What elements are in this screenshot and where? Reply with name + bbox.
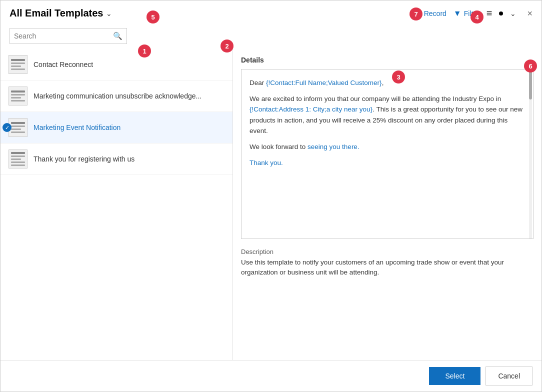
email-line-1: Dear {!Contact:Full Name;Valued Customer… xyxy=(250,78,525,88)
template-name: Marketing Event Notification xyxy=(34,124,120,132)
selected-check-icon: ✓ xyxy=(2,123,12,132)
template-thumbnail xyxy=(8,150,28,168)
description-label: Description xyxy=(241,248,534,256)
template-item-selected[interactable]: ✓ Marketing Event Notification xyxy=(0,112,232,144)
template-name: Thank you for registering with us xyxy=(34,155,134,163)
main-content: Contact Reconnect Marketing communicatio… xyxy=(0,49,542,360)
header-left: All Email Templates ⌄ xyxy=(10,8,112,19)
dropdown-icon[interactable]: ⌄ xyxy=(106,10,112,18)
right-panel: Details Dear {!Contact:Full Name;Valued … xyxy=(233,49,542,360)
search-input[interactable] xyxy=(14,32,113,40)
email-line-3: We look forward to seeing you there. xyxy=(250,142,525,152)
select-button[interactable]: Select xyxy=(429,367,480,385)
thank-you-text: Thank you. xyxy=(250,159,283,166)
template-name: Contact Reconnect xyxy=(34,60,93,68)
dot-indicator xyxy=(499,12,503,16)
filter-icon: ▼ xyxy=(454,9,462,18)
cancel-button[interactable]: Cancel xyxy=(486,366,532,386)
more-options-icon[interactable]: ≡ xyxy=(486,8,492,19)
template-thumbnail xyxy=(8,86,28,106)
merge-field-city: {!Contact:Address 1: City;a city near yo… xyxy=(250,106,372,113)
filter-button[interactable]: ▼ Filter xyxy=(454,9,480,18)
record-folder-icon: 🗀 xyxy=(414,9,422,18)
search-icon[interactable]: 🔍 xyxy=(113,32,122,40)
email-templates-dialog: 1 2 3 4 5 6 7 All Email Templates ⌄ 🗀 Re… xyxy=(0,0,542,392)
search-area: 🔍 xyxy=(0,24,542,49)
chevron-down-icon[interactable]: ⌄ xyxy=(510,10,516,18)
dialog-footer: Select Cancel xyxy=(0,360,542,392)
left-panel: Contact Reconnect Marketing communicatio… xyxy=(0,49,233,360)
header-right: 🗀 Record ▼ Filter ≡ ⌄ × xyxy=(414,8,532,19)
scrollbar-thumb[interactable] xyxy=(529,70,532,100)
scrollbar-track xyxy=(529,70,532,238)
close-button[interactable]: × xyxy=(527,9,532,18)
template-item[interactable]: Thank you for registering with us xyxy=(0,144,232,175)
record-label: Record xyxy=(424,10,446,18)
description-text: Use this template to notify your custome… xyxy=(241,258,534,278)
email-line-4: Thank you. xyxy=(250,158,525,168)
description-section: Description Use this template to notify … xyxy=(241,248,534,278)
link-text: seeing you there. xyxy=(308,143,360,150)
dialog-header: All Email Templates ⌄ 🗀 Record ▼ Filter … xyxy=(0,0,542,24)
details-label: Details xyxy=(241,56,534,64)
search-box: 🔍 xyxy=(10,28,127,44)
template-name: Marketing communication unsubscribe ackn… xyxy=(34,92,202,100)
template-item[interactable]: Marketing communication unsubscribe ackn… xyxy=(0,80,232,112)
merge-field-name: {!Contact:Full Name;Valued Customer} xyxy=(266,79,382,86)
record-button[interactable]: 🗀 Record xyxy=(414,9,446,18)
template-thumbnail xyxy=(8,55,28,74)
template-item[interactable]: Contact Reconnect xyxy=(0,49,232,80)
filter-label: Filter xyxy=(464,10,480,18)
email-preview: Dear {!Contact:Full Name;Valued Customer… xyxy=(241,69,534,239)
dialog-title: All Email Templates xyxy=(10,8,103,19)
email-line-2: We are excited to inform you that our co… xyxy=(250,94,525,136)
